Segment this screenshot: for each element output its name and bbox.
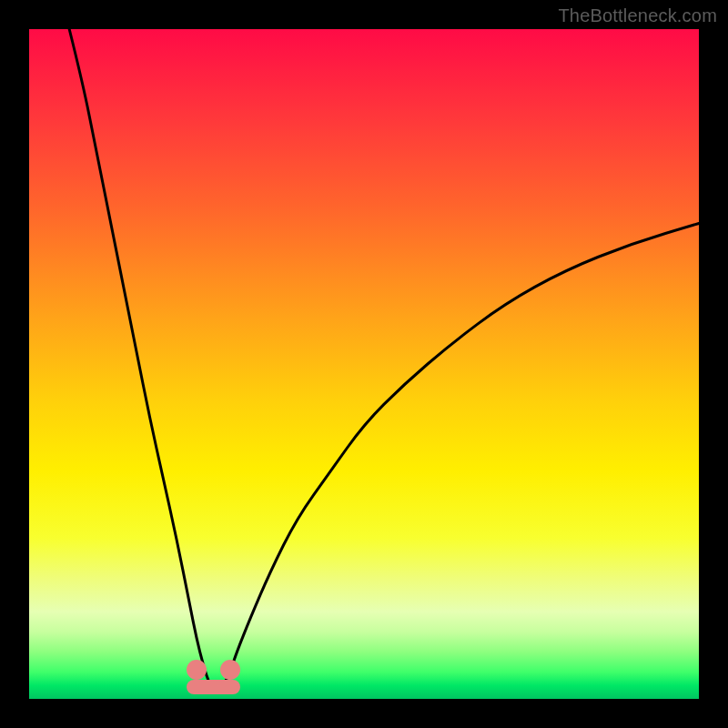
marker-dot-right <box>220 660 240 680</box>
curve-path <box>69 29 699 691</box>
chart-frame: TheBottleneck.com <box>0 0 728 728</box>
watermark-text: TheBottleneck.com <box>558 5 717 26</box>
chart-plot-area <box>29 29 699 699</box>
bottleneck-curve <box>29 29 699 699</box>
marker-u-bar <box>187 680 240 694</box>
